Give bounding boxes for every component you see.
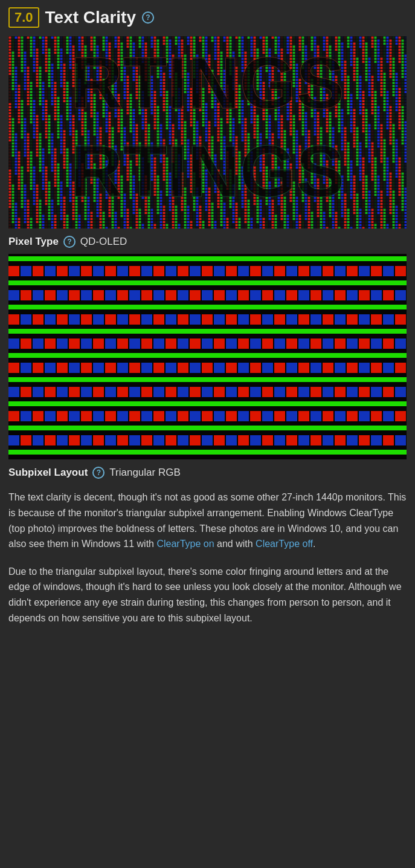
subpixel-layout-help-icon[interactable]: ? (92, 467, 105, 479)
section-header: 7.0 Text Clarity ? (8, 7, 407, 28)
text-clarity-canvas (8, 36, 407, 228)
subpixel-layout-label: Subpixel Layout (8, 467, 88, 479)
pixel-type-help-icon[interactable]: ? (63, 236, 76, 248)
cleartype-on-link[interactable]: ClearType on (156, 539, 214, 549)
pixel-type-label: Pixel Type (8, 236, 59, 248)
text-clarity-image (8, 36, 407, 228)
cleartype-off-link[interactable]: ClearType off (256, 539, 313, 549)
page-container: 7.0 Text Clarity ? Pixel Type ? QD-OLED … (0, 0, 415, 645)
subpixel-layout-value: Triangular RGB (109, 467, 180, 479)
subpixel-pattern-image (8, 254, 407, 459)
pixel-type-value: QD-OLED (80, 236, 127, 248)
body-paragraph-1: The text clarity is decent, though it's … (8, 490, 407, 551)
pixel-type-row: Pixel Type ? QD-OLED (8, 236, 407, 248)
section-title: Text Clarity (45, 8, 136, 27)
header-help-icon[interactable]: ? (142, 11, 154, 24)
score-badge: 7.0 (8, 7, 39, 28)
body-paragraph-2: Due to the triangular subpixel layout, t… (8, 564, 407, 626)
subpixel-layout-row: Subpixel Layout ? Triangular RGB (8, 467, 407, 479)
subpixel-canvas (8, 254, 407, 459)
